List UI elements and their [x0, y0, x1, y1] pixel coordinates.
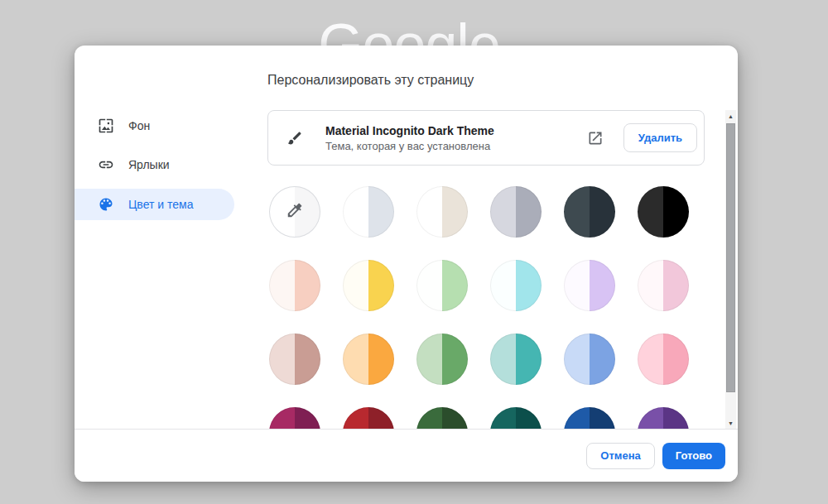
theme-swatch-r1-c4[interactable] [490, 186, 542, 238]
background-icon [98, 118, 114, 134]
theme-panel: Material Incognito Dark Theme Тема, кото… [267, 110, 705, 429]
theme-swatch-r4-c2[interactable] [343, 407, 394, 429]
theme-swatch-r3-c2[interactable] [343, 334, 394, 385]
sidebar-item-label: Фон [128, 119, 150, 132]
theme-swatch-r2-c1[interactable] [269, 260, 320, 311]
dialog-title: Персонализировать эту страницу [267, 72, 474, 89]
theme-description: Тема, которая у вас установлена [325, 140, 587, 152]
theme-swatch-r2-c2[interactable] [343, 260, 394, 311]
theme-swatch-r3-c1[interactable] [269, 334, 320, 385]
scrollbar[interactable]: ▲ ▼ [725, 110, 736, 429]
sidebar-item-label: Цвет и тема [128, 198, 193, 211]
theme-swatch-r4-c5[interactable] [564, 407, 615, 429]
theme-swatch-r3-c5[interactable] [564, 334, 615, 385]
theme-swatch-r1-c5[interactable] [564, 186, 615, 238]
link-icon [98, 156, 114, 173]
theme-swatch-r1-c3[interactable] [416, 186, 468, 238]
installed-theme-card: Material Incognito Dark Theme Тема, кото… [267, 110, 705, 166]
scrollbar-down-arrow[interactable]: ▼ [725, 417, 736, 429]
theme-swatch-r1-c2[interactable] [343, 186, 394, 238]
theme-swatch-r1-c6[interactable] [638, 186, 689, 238]
new-tab-page-background: { "background": { "logo_text": "Google" … [0, 0, 828, 504]
cancel-button[interactable]: Отмена [586, 443, 654, 469]
theme-swatch-r2-c6[interactable] [638, 260, 689, 311]
palette-icon [98, 196, 114, 213]
theme-swatch-r2-c3[interactable] [416, 260, 468, 311]
theme-swatch-r3-c3[interactable] [416, 334, 468, 385]
sidebar-item-shortcuts[interactable]: Ярлыки [75, 149, 234, 180]
theme-card-text: Material Incognito Dark Theme Тема, кото… [325, 124, 587, 152]
theme-swatch-r2-c5[interactable] [564, 260, 615, 311]
theme-swatch-r4-c1[interactable] [269, 407, 320, 429]
done-button[interactable]: Готово [662, 443, 725, 469]
sidebar-item-background[interactable]: Фон [75, 110, 234, 142]
eyedropper-icon [286, 201, 304, 223]
theme-swatch-r2-c4[interactable] [490, 260, 542, 311]
theme-swatch-r3-c4[interactable] [490, 334, 542, 385]
sidebar-item-color-and-theme[interactable]: Цвет и тема [75, 189, 234, 220]
customize-page-dialog: Персонализировать эту страницу Фон Ярлык… [75, 46, 738, 482]
theme-swatch-r3-c6[interactable] [638, 334, 689, 385]
custom-color-picker[interactable] [269, 186, 320, 238]
sidebar-item-label: Ярлыки [128, 158, 170, 171]
brush-icon [286, 130, 303, 146]
theme-name: Material Incognito Dark Theme [325, 124, 587, 137]
theme-swatch-r4-c3[interactable] [416, 407, 468, 429]
remove-theme-button[interactable]: Удалить [623, 123, 697, 152]
swatch-grid [269, 186, 689, 429]
open-in-new-icon[interactable] [587, 130, 604, 146]
scrollbar-up-arrow[interactable]: ▲ [725, 110, 736, 122]
scrollbar-thumb[interactable] [726, 123, 735, 392]
dialog-footer: Отмена Готово [75, 429, 738, 482]
theme-swatch-r4-c6[interactable] [638, 407, 689, 429]
theme-swatch-r4-c4[interactable] [490, 407, 542, 429]
